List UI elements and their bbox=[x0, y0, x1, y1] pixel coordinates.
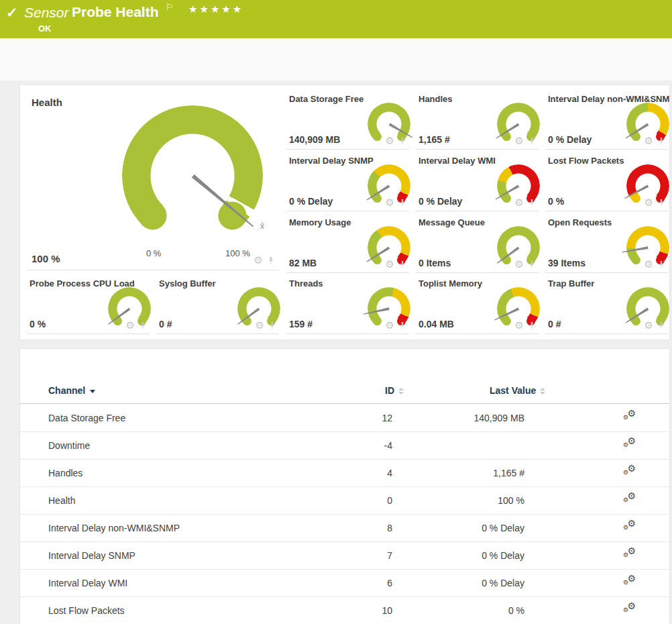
channel-settings-gear-icon[interactable]: ⚙⚙ bbox=[622, 515, 636, 542]
gauge-tile[interactable]: Interval Delay WMI0 % Delay⚙ bbox=[416, 156, 539, 211]
status-badge: OK bbox=[38, 23, 52, 34]
gauge-label: Toplist Memory bbox=[418, 278, 482, 289]
table-row[interactable]: Interval Delay WMI60 % Delay⚙⚙ bbox=[20, 570, 669, 597]
cell-id: 6 bbox=[335, 570, 392, 597]
gear-icon[interactable]: ⚙ bbox=[386, 259, 394, 269]
cell-channel: Health bbox=[48, 487, 75, 515]
sensor-type-label: Sensor bbox=[24, 5, 69, 21]
pin-icon[interactable] bbox=[528, 198, 536, 207]
flag-icon[interactable]: ⚐ bbox=[166, 2, 174, 12]
gauge-tile[interactable]: Memory Usage82 MB⚙ bbox=[286, 217, 409, 273]
channel-settings-gear-icon[interactable]: ⚙⚙ bbox=[622, 487, 636, 515]
gear-icon[interactable]: ⚙ bbox=[386, 136, 394, 146]
gauge-min-label: 0 % bbox=[146, 248, 161, 258]
column-header-last-value[interactable]: Last Value bbox=[490, 377, 545, 404]
gauge-tile-health[interactable]: Health 0 % 100 % x̄ 100 % ⚙ bbox=[27, 94, 279, 270]
pin-icon[interactable] bbox=[398, 136, 406, 146]
channel-settings-gear-icon[interactable]: ⚙⚙ bbox=[622, 460, 636, 487]
cell-id: 10 bbox=[335, 597, 392, 624]
pin-icon[interactable] bbox=[657, 136, 665, 146]
pin-icon[interactable] bbox=[139, 321, 147, 330]
column-label: Channel bbox=[48, 385, 85, 396]
gauge-value: 39 Items bbox=[548, 258, 585, 268]
gauge-tile[interactable]: Interval Delay SNMP0 % Delay⚙ bbox=[286, 156, 409, 211]
gear-icon[interactable]: ⚙ bbox=[126, 320, 135, 330]
pin-icon[interactable] bbox=[267, 256, 275, 265]
gauge-value: 140,909 MB bbox=[289, 134, 340, 145]
gear-icon[interactable]: ⚙ bbox=[515, 259, 524, 269]
page-title: Probe Health bbox=[72, 4, 159, 20]
column-header-channel[interactable]: Channel bbox=[48, 377, 95, 404]
table-row[interactable]: Interval Delay non-WMI&SNMP80 % Delay⚙⚙ bbox=[20, 515, 669, 542]
gauge-value: 82 MB bbox=[289, 258, 317, 268]
gauge-tile[interactable]: Data Storage Free140,909 MB⚙ bbox=[286, 94, 409, 150]
gauge-label: Threads bbox=[289, 278, 323, 289]
gauge-max-label: 100 % bbox=[225, 248, 250, 258]
table-row[interactable]: Data Storage Free12140,909 MB⚙⚙ bbox=[20, 405, 669, 432]
cell-channel: Interval Delay WMI bbox=[48, 570, 127, 597]
channel-settings-gear-icon[interactable]: ⚙⚙ bbox=[622, 432, 636, 460]
gauge-tile[interactable]: Threads159 #⚙ bbox=[286, 278, 409, 334]
cell-last-value: 1,165 # bbox=[402, 460, 524, 487]
gauge-label: Health bbox=[32, 97, 62, 108]
gauge-value: 0 % bbox=[548, 196, 564, 207]
gear-icon[interactable]: ⚙ bbox=[515, 197, 524, 207]
gear-icon[interactable]: ⚙ bbox=[645, 136, 653, 146]
pin-icon[interactable] bbox=[528, 321, 536, 330]
gauge-value: 159 # bbox=[289, 319, 313, 329]
gear-icon[interactable]: ⚙ bbox=[254, 255, 263, 265]
priority-stars[interactable]: ★★★★★ bbox=[188, 3, 243, 15]
gear-icon[interactable]: ⚙ bbox=[515, 320, 524, 330]
cell-last-value: 0 % Delay bbox=[402, 570, 524, 597]
gauge-label: Syslog Buffer bbox=[159, 278, 216, 289]
pin-icon[interactable] bbox=[398, 321, 406, 330]
channel-settings-gear-icon[interactable]: ⚙⚙ bbox=[622, 570, 636, 597]
column-label: Last Value bbox=[490, 385, 536, 396]
cell-last-value: 0 % Delay bbox=[402, 515, 524, 542]
cell-channel: Interval Delay non-WMI&SNMP bbox=[48, 515, 180, 542]
pin-icon[interactable] bbox=[398, 260, 406, 269]
cell-id: 7 bbox=[335, 542, 392, 570]
channel-settings-gear-icon[interactable]: ⚙⚙ bbox=[622, 597, 636, 624]
gauge-value: 0.04 MB bbox=[418, 319, 454, 329]
pin-icon[interactable] bbox=[398, 198, 406, 207]
gear-icon[interactable]: ⚙ bbox=[256, 320, 264, 330]
table-row[interactable]: Interval Delay SNMP70 % Delay⚙⚙ bbox=[20, 542, 669, 570]
table-row[interactable]: Lost Flow Packets100 %⚙⚙ bbox=[20, 597, 669, 624]
pin-icon[interactable] bbox=[528, 136, 536, 146]
gear-icon[interactable]: ⚙ bbox=[515, 136, 524, 146]
gauge-value: 0 Items bbox=[418, 258, 451, 268]
gear-icon[interactable]: ⚙ bbox=[645, 197, 653, 207]
cell-channel: Data Storage Free bbox=[48, 405, 125, 432]
gear-icon[interactable]: ⚙ bbox=[386, 197, 394, 207]
gauge-tile[interactable]: Toplist Memory0.04 MB⚙ bbox=[416, 278, 539, 334]
cell-id: 12 bbox=[335, 405, 392, 432]
pin-icon[interactable] bbox=[657, 321, 665, 330]
gauge-tile[interactable]: Trap Buffer0 #⚙ bbox=[545, 278, 668, 334]
gauge-tile[interactable]: Lost Flow Packets0 %⚙ bbox=[545, 156, 668, 211]
table-row[interactable]: Downtime-4⚙⚙ bbox=[20, 432, 669, 460]
gauge-tile[interactable]: Handles1,165 #⚙ bbox=[416, 94, 539, 150]
gauge-tile[interactable]: Syslog Buffer0 #⚙ bbox=[156, 278, 279, 334]
gauge-tile[interactable]: Interval Delay non-WMI&SNMP0 % Delay⚙ bbox=[545, 94, 668, 150]
gear-icon[interactable]: ⚙ bbox=[645, 320, 653, 330]
channel-settings-gear-icon[interactable]: ⚙⚙ bbox=[622, 405, 636, 432]
gauge-tile[interactable]: Message Queue0 Items⚙ bbox=[416, 217, 539, 273]
pin-icon[interactable] bbox=[268, 321, 276, 330]
cell-channel: Handles bbox=[48, 460, 82, 487]
gauge-value: 1,165 # bbox=[418, 134, 450, 145]
pin-icon[interactable] bbox=[657, 198, 665, 207]
gear-icon[interactable]: ⚙ bbox=[645, 259, 653, 269]
gauge-value: 0 # bbox=[159, 319, 172, 329]
pin-icon[interactable] bbox=[528, 260, 536, 269]
gauge-label: Interval Delay WMI bbox=[418, 156, 496, 166]
channel-settings-gear-icon[interactable]: ⚙⚙ bbox=[622, 542, 636, 570]
gauge-tile[interactable]: Probe Process CPU Load0 %⚙ bbox=[27, 278, 150, 334]
gear-icon[interactable]: ⚙ bbox=[386, 320, 394, 330]
sensor-header-bar: ✓ Sensor Probe Health ⚐ ★★★★★ OK bbox=[0, 0, 672, 38]
column-header-id[interactable]: ID bbox=[385, 377, 404, 404]
table-row[interactable]: Health0100 %⚙⚙ bbox=[20, 487, 669, 515]
gauge-tile[interactable]: Open Requests39 Items⚙ bbox=[545, 217, 668, 273]
table-row[interactable]: Handles41,165 #⚙⚙ bbox=[20, 460, 669, 487]
pin-icon[interactable] bbox=[657, 260, 665, 269]
